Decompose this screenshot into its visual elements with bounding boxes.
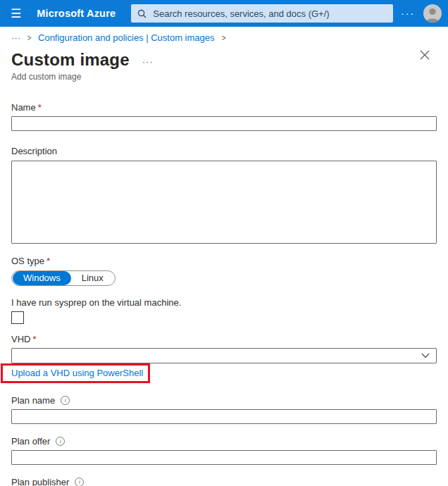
description-textarea[interactable] bbox=[11, 161, 437, 244]
name-label: Name bbox=[11, 102, 36, 113]
chevron-right-icon: > bbox=[221, 33, 225, 43]
plan-publisher-label: Plan publisher bbox=[11, 477, 69, 486]
os-option-linux[interactable]: Linux bbox=[71, 271, 114, 285]
required-asterisk: * bbox=[46, 256, 50, 266]
page-subtitle: Add custom image bbox=[11, 72, 437, 82]
name-section: Name* bbox=[11, 102, 437, 131]
sysprep-section: I have run sysprep on the virtual machin… bbox=[11, 297, 437, 324]
close-icon bbox=[420, 50, 430, 60]
highlight-annotation-box: Upload a VHD using PowerShell bbox=[1, 363, 150, 383]
os-type-label: OS type bbox=[11, 256, 44, 266]
panel-header: Custom image ··· Add custom image bbox=[0, 44, 448, 82]
more-actions-icon[interactable]: ··· bbox=[401, 8, 415, 19]
name-input[interactable] bbox=[11, 116, 437, 131]
brand-title[interactable]: Microsoft Azure bbox=[37, 8, 116, 19]
vhd-select[interactable] bbox=[11, 348, 437, 363]
required-asterisk: * bbox=[38, 102, 42, 113]
description-label: Description bbox=[11, 146, 57, 156]
chevron-right-icon: > bbox=[27, 33, 32, 43]
plan-name-label: Plan name bbox=[11, 395, 55, 406]
breadcrumb-ellipsis[interactable]: ··· bbox=[11, 32, 20, 43]
os-option-windows[interactable]: Windows bbox=[13, 271, 71, 285]
description-section: Description bbox=[11, 146, 437, 244]
required-asterisk: * bbox=[32, 334, 36, 344]
info-icon[interactable]: i bbox=[56, 437, 65, 446]
azure-top-bar: ☰ Microsoft Azure ··· bbox=[0, 0, 448, 27]
vhd-section: VHD* Upload a VHD using PowerShell bbox=[11, 334, 437, 383]
os-type-section: OS type* Windows Linux bbox=[11, 256, 437, 286]
title-context-menu-icon[interactable]: ··· bbox=[142, 54, 154, 67]
plan-offer-input[interactable] bbox=[11, 450, 437, 465]
os-type-toggle: Windows Linux bbox=[11, 270, 116, 286]
custom-image-form: Name* Description OS type* Windows Linux… bbox=[0, 102, 448, 486]
global-search[interactable] bbox=[131, 4, 393, 23]
close-panel-button[interactable] bbox=[420, 50, 433, 63]
plan-publisher-section: Plan publisher i bbox=[11, 477, 437, 486]
vhd-label: VHD bbox=[11, 334, 30, 344]
account-avatar[interactable] bbox=[423, 4, 442, 23]
plan-offer-section: Plan offer i bbox=[11, 436, 437, 465]
person-icon bbox=[423, 6, 442, 23]
search-input[interactable] bbox=[151, 8, 387, 20]
page-title: Custom image bbox=[11, 50, 130, 70]
top-bar-actions: ··· bbox=[401, 4, 448, 23]
breadcrumb: ··· > Configuration and policies | Custo… bbox=[0, 27, 448, 44]
plan-name-input[interactable] bbox=[11, 409, 437, 424]
hamburger-menu-icon[interactable]: ☰ bbox=[0, 8, 37, 20]
info-icon[interactable]: i bbox=[61, 396, 70, 405]
plan-name-section: Plan name i bbox=[11, 395, 437, 424]
upload-vhd-powershell-link[interactable]: Upload a VHD using PowerShell bbox=[11, 368, 143, 378]
sysprep-checkbox[interactable] bbox=[11, 311, 24, 324]
chevron-down-icon bbox=[421, 353, 430, 359]
breadcrumb-link-custom-images[interactable]: Configuration and policies | Custom imag… bbox=[38, 32, 215, 43]
sysprep-label: I have run sysprep on the virtual machin… bbox=[11, 297, 181, 308]
plan-offer-label: Plan offer bbox=[11, 436, 50, 447]
search-icon bbox=[137, 9, 147, 18]
info-icon[interactable]: i bbox=[75, 478, 84, 486]
